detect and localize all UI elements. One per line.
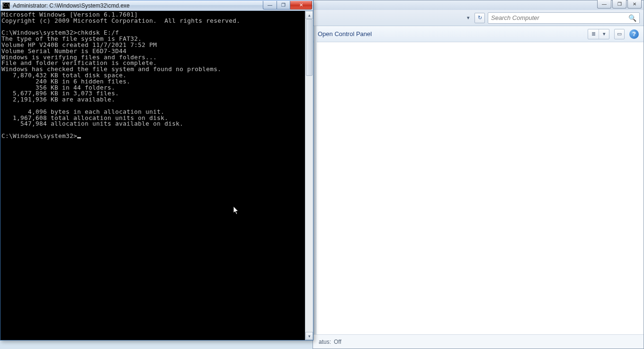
- explorer-address-bar: ▾ ↻ 🔍: [313, 10, 644, 26]
- status-label: atus:: [319, 339, 331, 345]
- chevron-down-icon: ▾: [308, 334, 311, 339]
- explorer-minimize-button[interactable]: —: [597, 0, 611, 9]
- explorer-maximize-button[interactable]: ❐: [612, 0, 626, 9]
- preview-pane-button[interactable]: ▭: [614, 29, 625, 39]
- refresh-button[interactable]: ↻: [474, 13, 485, 23]
- open-control-panel-link[interactable]: Open Control Panel: [318, 30, 372, 37]
- cmd-minimize-button[interactable]: —: [263, 1, 277, 9]
- address-dropdown-button[interactable]: ▾: [465, 13, 472, 23]
- cmd-cursor: [77, 137, 81, 138]
- explorer-status-bar: atus: Off: [313, 334, 644, 349]
- help-button[interactable]: ?: [629, 29, 639, 39]
- minimize-icon: —: [602, 1, 607, 7]
- view-options-button[interactable]: ≣ ▾: [588, 29, 609, 39]
- explorer-content-area: [313, 42, 644, 334]
- scroll-down-button[interactable]: ▾: [305, 332, 313, 340]
- chevron-up-icon: ▴: [308, 13, 311, 18]
- cmd-console[interactable]: Microsoft Windows [Version 6.1.7601] Cop…: [0, 11, 305, 340]
- search-input[interactable]: [491, 14, 626, 21]
- cmd-maximize-button[interactable]: ❐: [277, 1, 290, 9]
- cmd-window: C:\ Administrator: C:\Windows\System32\c…: [0, 0, 313, 340]
- scroll-thumb[interactable]: [306, 19, 313, 76]
- pane-icon: ▭: [617, 31, 622, 37]
- maximize-icon: ❐: [617, 1, 622, 7]
- explorer-toolbar: Open Control Panel ≣ ▾ ▭ ?: [313, 26, 644, 42]
- chevron-down-icon: ▾: [603, 31, 606, 37]
- search-icon: 🔍: [628, 14, 636, 22]
- status-value: Off: [334, 339, 341, 345]
- view-icon: ≣: [591, 31, 596, 37]
- cmd-window-title: Administrator: C:\Windows\System32\cmd.e…: [13, 2, 260, 9]
- scroll-up-button[interactable]: ▴: [305, 11, 313, 19]
- cmd-icon: C:\: [2, 2, 10, 9]
- refresh-icon: ↻: [478, 15, 482, 21]
- scroll-track[interactable]: [305, 19, 313, 332]
- chevron-down-icon: ▾: [467, 15, 470, 21]
- cmd-scrollbar[interactable]: ▴ ▾: [305, 11, 313, 340]
- minimize-icon: —: [268, 2, 272, 8]
- explorer-titlebar[interactable]: — ❐ ✕: [313, 0, 644, 10]
- cmd-titlebar[interactable]: C:\ Administrator: C:\Windows\System32\c…: [0, 0, 313, 11]
- help-icon: ?: [632, 30, 636, 37]
- explorer-close-button[interactable]: ✕: [627, 0, 642, 9]
- maximize-icon: ❐: [281, 2, 286, 8]
- search-box[interactable]: 🔍: [488, 12, 640, 24]
- close-icon: ✕: [299, 2, 303, 8]
- cmd-close-button[interactable]: ✕: [290, 1, 312, 9]
- explorer-window: — ❐ ✕ ▾ ↻ 🔍 Open Control Panel ≣ ▾ ▭: [313, 0, 644, 349]
- close-icon: ✕: [633, 1, 636, 7]
